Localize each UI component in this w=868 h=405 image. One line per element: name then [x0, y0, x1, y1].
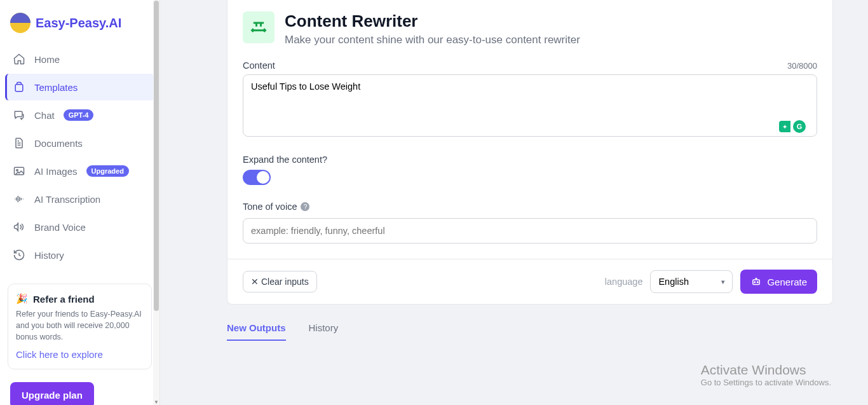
sidebar-item-ai-images[interactable]: AI Images Upgraded — [5, 158, 154, 184]
megaphone-icon — [13, 221, 25, 233]
page-title: Content Rewriter — [285, 11, 580, 31]
svg-point-4 — [754, 282, 756, 283]
scrollbar-thumb[interactable] — [154, 1, 159, 311]
sidebar-item-home[interactable]: Home — [5, 46, 154, 72]
refer-friend-card: 🎉 Refer a friend Refer your friends to E… — [8, 284, 152, 369]
history-icon — [13, 249, 25, 261]
clear-label: Clear inputs — [261, 277, 309, 287]
nav: Home Templates Chat GPT-4 Documents AI I… — [0, 43, 159, 272]
tone-input[interactable] — [243, 218, 817, 244]
sidebar-item-documents[interactable]: Documents — [5, 130, 154, 156]
generate-button[interactable]: Generate — [740, 270, 817, 294]
nav-label: AI Images — [34, 166, 78, 177]
char-counter: 30/8000 — [787, 61, 817, 71]
grammarly-icon: G — [793, 120, 806, 133]
content-textarea[interactable] — [243, 74, 817, 137]
image-icon — [13, 165, 25, 177]
svg-point-2 — [17, 170, 18, 172]
sidebar-item-chat[interactable]: Chat GPT-4 — [5, 102, 154, 128]
scroll-down-icon[interactable]: ▼ — [153, 399, 159, 405]
generate-label: Generate — [767, 277, 807, 287]
bulb-icon: ✦ — [779, 121, 790, 132]
clear-inputs-button[interactable]: ✕ Clear inputs — [243, 271, 317, 292]
x-icon: ✕ — [251, 277, 259, 287]
svg-point-5 — [757, 282, 759, 283]
refer-title: Refer a friend — [33, 294, 95, 305]
main-content: Content Rewriter Make your content shine… — [160, 0, 868, 405]
chat-icon — [13, 109, 25, 121]
sidebar-item-history[interactable]: History — [5, 242, 154, 268]
grammarly-widget[interactable]: ✦ G — [779, 120, 806, 133]
nav-label: History — [34, 250, 64, 261]
logo[interactable]: Easy-Peasy.AI — [0, 0, 159, 43]
action-bar: ✕ Clear inputs language English ▾ Genera… — [227, 259, 832, 304]
upgraded-badge: Upgraded — [86, 165, 129, 177]
brand-name: Easy-Peasy.AI — [36, 16, 121, 31]
rewriter-icon — [243, 11, 275, 43]
nav-label: Templates — [34, 82, 78, 93]
page-header: Content Rewriter Make your content shine… — [243, 11, 817, 46]
audio-icon — [13, 193, 25, 205]
gpt4-badge: GPT-4 — [64, 109, 94, 121]
tone-label-row: Tone of voice ? — [243, 202, 817, 212]
help-icon[interactable]: ? — [301, 202, 309, 211]
expand-toggle[interactable] — [243, 170, 271, 185]
refer-title-row: 🎉 Refer a friend — [16, 293, 144, 305]
form-card: Content Rewriter Make your content shine… — [227, 0, 833, 305]
page-subtitle: Make your content shine with our easy-to… — [285, 34, 580, 46]
sidebar-item-ai-transcription[interactable]: AI Transcription — [5, 186, 154, 212]
language-select[interactable]: English — [650, 270, 733, 293]
refer-link[interactable]: Click here to explore — [16, 349, 144, 360]
templates-icon — [13, 81, 25, 93]
refer-description: Refer your friends to Easy-Peasy.AI and … — [16, 308, 144, 343]
logo-icon — [10, 13, 31, 33]
party-icon: 🎉 — [16, 293, 28, 305]
documents-icon — [13, 137, 25, 149]
toggle-knob — [257, 171, 269, 184]
nav-label: Documents — [34, 138, 83, 149]
sidebar-scrollbar[interactable]: ▲ ▼ — [153, 0, 159, 405]
sidebar-item-templates[interactable]: Templates — [5, 74, 154, 100]
nav-label: AI Transcription — [34, 194, 100, 205]
nav-label: Chat — [34, 110, 55, 121]
tab-history[interactable]: History — [309, 322, 339, 341]
output-tabs: New Outputs History — [227, 305, 833, 341]
upgrade-plan-button[interactable]: Upgrade plan — [10, 382, 94, 405]
home-icon — [13, 53, 25, 65]
svg-rect-0 — [15, 85, 23, 92]
expand-label: Expand the content? — [243, 154, 817, 165]
content-label: Content — [243, 60, 275, 71]
nav-label: Brand Voice — [34, 222, 86, 233]
language-label: language — [605, 277, 643, 287]
sidebar: Easy-Peasy.AI Home Templates Chat GPT-4 … — [0, 0, 160, 405]
nav-label: Home — [34, 54, 60, 65]
tab-new-outputs[interactable]: New Outputs — [227, 322, 286, 341]
sidebar-item-brand-voice[interactable]: Brand Voice — [5, 214, 154, 240]
robot-icon — [750, 276, 762, 287]
tone-label: Tone of voice — [243, 202, 297, 212]
